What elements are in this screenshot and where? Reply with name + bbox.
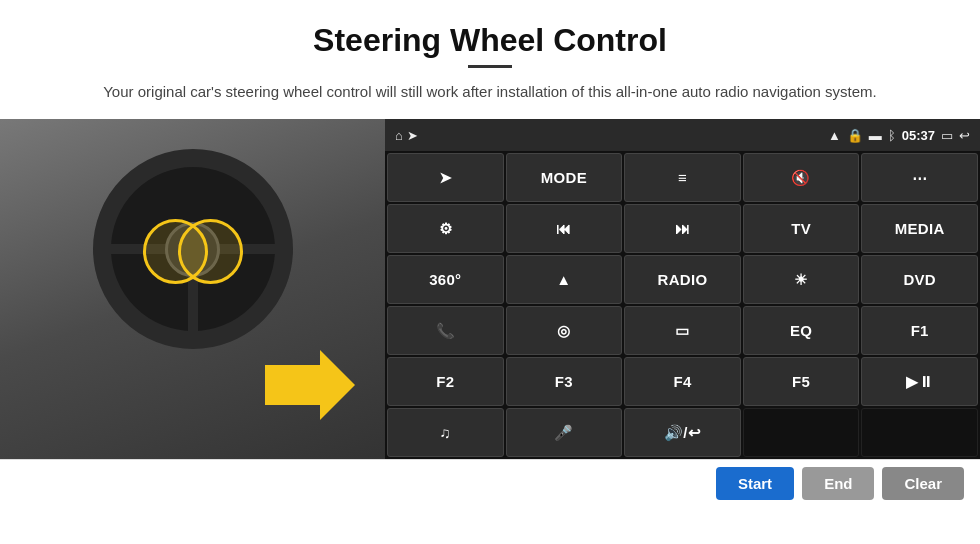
screen-mirror-icon[interactable]: ▭: [941, 128, 953, 143]
control-button-r5c4[interactable]: F5: [743, 357, 860, 406]
btn-label-r1c3: ≡: [678, 169, 687, 187]
control-button-r4c4[interactable]: EQ: [743, 306, 860, 355]
clear-button[interactable]: Clear: [882, 467, 964, 500]
bt-icon: ᛒ: [888, 128, 896, 143]
btn-label-r5c5: ▶⏸: [906, 373, 934, 391]
control-button-r1c1[interactable]: ➤: [387, 153, 504, 202]
control-button-r5c5[interactable]: ▶⏸: [861, 357, 978, 406]
btn-label-r2c1: ⚙: [439, 220, 452, 238]
status-bar: ⌂ ➤ ▲ 🔒 ▬ ᛒ 05:37 ▭ ↩: [385, 119, 980, 151]
end-button[interactable]: End: [802, 467, 874, 500]
btn-label-r5c4: F5: [792, 373, 810, 391]
control-button-r6c5[interactable]: [861, 408, 978, 457]
control-button-r1c5[interactable]: ⋯: [861, 153, 978, 202]
control-button-r4c3[interactable]: ▭: [624, 306, 741, 355]
control-panel: ⌂ ➤ ▲ 🔒 ▬ ᛒ 05:37 ▭ ↩ ➤MODE≡🔇⋯⚙⏮⏭TVMEDIA…: [385, 119, 980, 459]
btn-label-r2c4: TV: [791, 220, 811, 238]
btn-label-r6c2: 🎤: [554, 424, 573, 442]
btn-label-r1c5: ⋯: [912, 169, 927, 187]
page-title: Steering Wheel Control: [0, 0, 980, 65]
btn-label-r1c2: MODE: [541, 169, 587, 187]
control-button-r1c2[interactable]: MODE: [506, 153, 623, 202]
control-button-r3c1[interactable]: 360°: [387, 255, 504, 304]
wifi-icon: ▲: [828, 128, 841, 143]
start-button[interactable]: Start: [716, 467, 794, 500]
main-content: ⌂ ➤ ▲ 🔒 ▬ ᛒ 05:37 ▭ ↩ ➤MODE≡🔇⋯⚙⏮⏭TVMEDIA…: [0, 119, 980, 459]
control-button-r4c1[interactable]: 📞: [387, 306, 504, 355]
title-divider: [468, 65, 512, 68]
steering-wheel-bg: [0, 119, 385, 459]
svg-marker-0: [265, 350, 355, 420]
control-button-r5c1[interactable]: F2: [387, 357, 504, 406]
control-button-r4c5[interactable]: F1: [861, 306, 978, 355]
send-icon[interactable]: ➤: [407, 128, 418, 143]
btn-label-r5c3: F4: [673, 373, 691, 391]
home-icon[interactable]: ⌂: [395, 128, 403, 143]
control-button-r2c3[interactable]: ⏭: [624, 204, 741, 253]
btn-label-r5c2: F3: [555, 373, 573, 391]
control-button-r6c2[interactable]: 🎤: [506, 408, 623, 457]
btn-label-r2c5: MEDIA: [895, 220, 945, 238]
btn-label-r4c1: 📞: [436, 322, 455, 340]
btn-label-r4c4: EQ: [790, 322, 812, 340]
arrow-indicator: [265, 350, 355, 424]
btn-label-r5c1: F2: [436, 373, 454, 391]
sim-icon: ▬: [869, 128, 882, 143]
btn-label-r3c4: ☀: [794, 271, 807, 289]
btn-label-r3c3: RADIO: [658, 271, 708, 289]
control-button-r3c4[interactable]: ☀: [743, 255, 860, 304]
circle-highlight-right: [178, 219, 243, 284]
control-button-r6c1[interactable]: ♫: [387, 408, 504, 457]
btn-label-r2c3: ⏭: [675, 220, 690, 238]
lock-icon: 🔒: [847, 128, 863, 143]
control-button-r5c2[interactable]: F3: [506, 357, 623, 406]
btn-label-r4c5: F1: [911, 322, 929, 340]
wheel-wrapper: [93, 149, 293, 349]
status-time: 05:37: [902, 128, 935, 143]
car-image: [0, 119, 385, 459]
control-button-r2c2[interactable]: ⏮: [506, 204, 623, 253]
control-button-r2c4[interactable]: TV: [743, 204, 860, 253]
control-button-r3c5[interactable]: DVD: [861, 255, 978, 304]
status-right: ▲ 🔒 ▬ ᛒ 05:37 ▭ ↩: [828, 128, 970, 143]
btn-label-r1c4: 🔇: [791, 169, 810, 187]
back-icon[interactable]: ↩: [959, 128, 970, 143]
control-button-r5c3[interactable]: F4: [624, 357, 741, 406]
btn-label-r3c2: ▲: [556, 271, 571, 289]
btn-label-r1c1: ➤: [439, 169, 452, 187]
control-button-r3c3[interactable]: RADIO: [624, 255, 741, 304]
control-button-r6c4[interactable]: [743, 408, 860, 457]
button-grid: ➤MODE≡🔇⋯⚙⏮⏭TVMEDIA360°▲RADIO☀DVD📞◎▭EQF1F…: [385, 151, 980, 459]
control-button-r1c3[interactable]: ≡: [624, 153, 741, 202]
btn-label-r2c2: ⏮: [556, 220, 571, 238]
control-button-r2c1[interactable]: ⚙: [387, 204, 504, 253]
control-button-r6c3[interactable]: 🔊/↩: [624, 408, 741, 457]
subtitle: Your original car's steering wheel contr…: [0, 80, 980, 103]
control-button-r1c4[interactable]: 🔇: [743, 153, 860, 202]
btn-label-r4c2: ◎: [557, 322, 570, 340]
status-left: ⌂ ➤: [395, 128, 418, 143]
control-button-r3c2[interactable]: ▲: [506, 255, 623, 304]
btn-label-r6c3: 🔊/↩: [664, 424, 701, 442]
btn-label-r4c3: ▭: [675, 322, 689, 340]
btn-label-r3c1: 360°: [429, 271, 461, 289]
btn-label-r3c5: DVD: [903, 271, 936, 289]
control-button-r2c5[interactable]: MEDIA: [861, 204, 978, 253]
control-button-r4c2[interactable]: ◎: [506, 306, 623, 355]
bottom-bar: Start End Clear: [0, 459, 980, 507]
btn-label-r6c1: ♫: [440, 424, 452, 442]
